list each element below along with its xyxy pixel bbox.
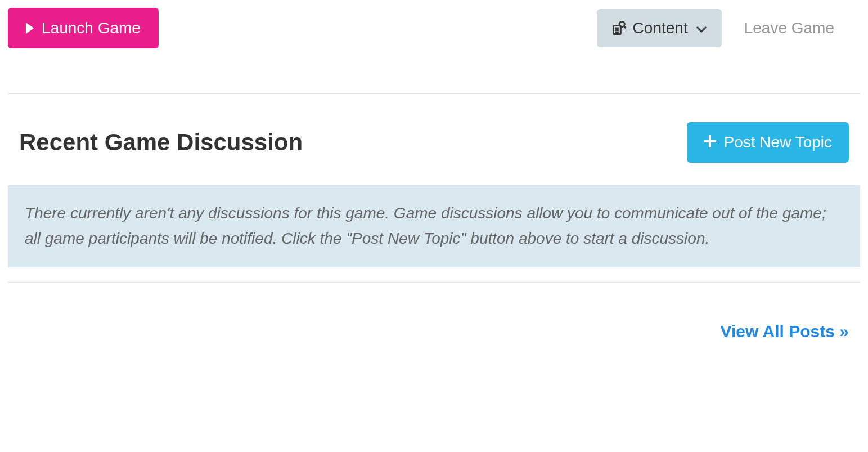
discussion-header: Recent Game Discussion Post New Topic (8, 94, 860, 185)
top-right-controls: Content Leave Game (597, 9, 860, 47)
launch-game-button[interactable]: Launch Game (8, 8, 159, 48)
play-icon (26, 23, 34, 34)
view-all-posts-label: View All Posts » (721, 322, 849, 341)
content-dropdown-button[interactable]: Content (597, 9, 722, 47)
launch-game-label: Launch Game (42, 19, 141, 37)
content-icon (611, 20, 627, 36)
discussion-title: Recent Game Discussion (19, 129, 303, 156)
post-new-topic-label: Post New Topic (724, 133, 832, 151)
empty-discussion-message: There currently aren't any discussions f… (8, 185, 860, 267)
content-dropdown-label: Content (633, 19, 688, 37)
post-new-topic-button[interactable]: Post New Topic (687, 122, 849, 163)
footer-section: View All Posts » (8, 283, 860, 341)
leave-game-label: Leave Game (744, 19, 834, 37)
view-all-posts-link[interactable]: View All Posts » (721, 322, 849, 341)
svg-rect-7 (704, 140, 716, 142)
leave-game-link[interactable]: Leave Game (744, 19, 834, 37)
svg-line-5 (624, 26, 626, 29)
top-bar: Launch Game Content (8, 8, 860, 93)
svg-point-4 (619, 21, 624, 26)
plus-icon (704, 133, 716, 151)
chevron-down-icon (696, 19, 707, 37)
